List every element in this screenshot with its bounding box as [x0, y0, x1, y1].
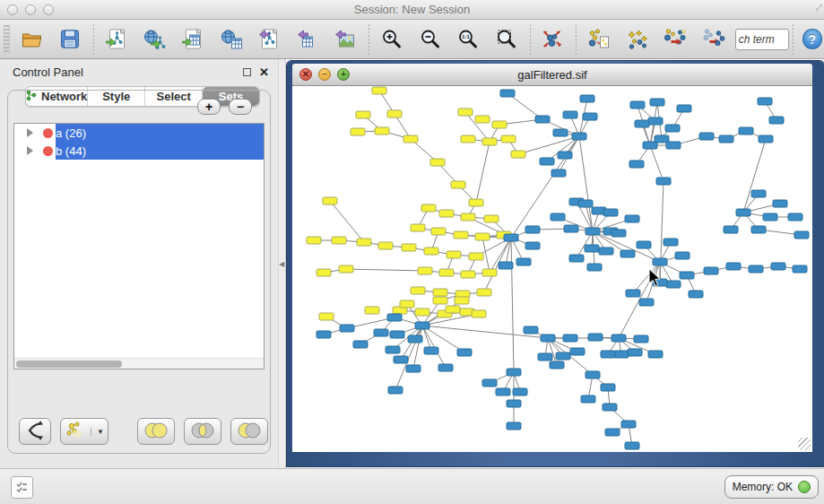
network-canvas[interactable]	[292, 86, 812, 452]
network-node[interactable]	[500, 90, 515, 97]
network-node[interactable]	[457, 349, 472, 356]
expand-arrow-icon[interactable]	[27, 146, 33, 155]
network-node[interactable]	[569, 255, 584, 262]
expand-arrow-icon[interactable]	[27, 128, 33, 137]
network-node[interactable]	[469, 199, 483, 206]
add-set-button[interactable]: +	[197, 99, 221, 115]
network-node[interactable]	[614, 351, 629, 358]
network-node[interactable]	[656, 178, 671, 185]
network-node[interactable]	[639, 299, 654, 306]
network-node[interactable]	[484, 215, 499, 222]
network-node[interactable]	[317, 269, 331, 276]
network-node[interactable]	[793, 265, 807, 273]
network-node[interactable]	[394, 356, 408, 363]
network-node[interactable]	[666, 142, 681, 149]
network-node[interactable]	[553, 129, 568, 136]
network-node[interactable]	[605, 429, 620, 436]
network-node[interactable]	[653, 258, 667, 265]
network-node[interactable]	[504, 234, 518, 241]
network-node[interactable]	[763, 213, 777, 221]
network-node[interactable]	[620, 250, 635, 257]
network-node[interactable]	[648, 351, 663, 358]
network-node[interactable]	[525, 226, 540, 233]
network-node[interactable]	[625, 442, 639, 449]
network-node[interactable]	[477, 289, 491, 296]
network-edge[interactable]	[650, 145, 664, 181]
network-node[interactable]	[611, 230, 626, 237]
network-node[interactable]	[580, 95, 594, 102]
network-node[interactable]	[378, 242, 393, 249]
network-node[interactable]	[439, 210, 454, 217]
zoom-in-icon[interactable]	[373, 23, 412, 56]
network-node[interactable]	[572, 133, 586, 140]
network-node[interactable]	[665, 125, 680, 132]
open-session-icon[interactable]	[13, 23, 52, 56]
network-node[interactable]	[507, 400, 521, 407]
network-node[interactable]	[372, 87, 386, 94]
network-node[interactable]	[482, 138, 497, 145]
network-node[interactable]	[704, 267, 718, 274]
import-network-file-icon[interactable]	[98, 23, 136, 56]
network-node[interactable]	[769, 117, 784, 124]
frame-minimize-icon[interactable]: −	[318, 68, 331, 81]
network-frame-titlebar[interactable]: ✕ − + galFiltered.sif	[292, 64, 812, 86]
network-node[interactable]	[507, 369, 521, 376]
network-node[interactable]	[758, 98, 772, 105]
network-node[interactable]	[629, 161, 644, 168]
network-node[interactable]	[513, 388, 527, 395]
network-node[interactable]	[540, 158, 554, 165]
set-union-button[interactable]	[137, 418, 175, 445]
network-node[interactable]	[588, 334, 603, 341]
network-node[interactable]	[475, 116, 490, 123]
network-node[interactable]	[365, 307, 379, 314]
export-table-icon[interactable]	[289, 23, 327, 56]
float-panel-icon[interactable]	[243, 68, 251, 76]
network-node[interactable]	[353, 341, 368, 348]
network-node[interactable]	[625, 215, 639, 222]
network-node[interactable]	[501, 135, 516, 143]
network-node[interactable]	[538, 353, 552, 361]
network-node[interactable]	[650, 99, 664, 106]
network-node[interactable]	[482, 379, 497, 387]
network-node[interactable]	[319, 313, 334, 320]
network-node[interactable]	[387, 110, 402, 117]
network-node[interactable]	[564, 225, 578, 232]
network-node[interactable]	[499, 262, 513, 269]
network-node[interactable]	[408, 335, 422, 343]
search-input[interactable]	[735, 29, 789, 50]
network-frame[interactable]: ✕ − + galFiltered.sif	[287, 61, 824, 466]
network-node[interactable]	[458, 109, 473, 116]
scrollbar-thumb[interactable]	[16, 361, 122, 368]
network-node[interactable]	[323, 197, 337, 204]
network-node[interactable]	[317, 331, 331, 338]
network-node[interactable]	[563, 111, 577, 118]
help-icon[interactable]: ?	[802, 29, 822, 49]
network-node[interactable]	[403, 135, 418, 143]
network-node[interactable]	[677, 105, 691, 112]
network-node[interactable]	[402, 244, 416, 251]
network-node[interactable]	[415, 308, 429, 316]
network-node[interactable]	[455, 297, 469, 304]
window-titlebar[interactable]: Session: New Session ⤢	[0, 0, 824, 20]
network-node[interactable]	[357, 239, 371, 246]
network-node[interactable]	[794, 231, 809, 239]
network-node[interactable]	[628, 349, 642, 356]
save-session-icon[interactable]	[51, 23, 90, 56]
network-node[interactable]	[581, 395, 595, 403]
network-node[interactable]	[496, 388, 510, 395]
network-edge[interactable]	[579, 136, 593, 231]
network-node[interactable]	[433, 297, 447, 304]
network-node[interactable]	[461, 271, 475, 278]
split-set-button[interactable]	[19, 418, 51, 445]
network-node[interactable]	[351, 128, 365, 135]
network-node[interactable]	[339, 265, 353, 273]
network-node[interactable]	[386, 346, 400, 353]
sets-horizontal-scrollbar[interactable]	[14, 358, 264, 369]
dropdown-arrow-icon[interactable]: ▼	[91, 428, 104, 436]
export-network-icon[interactable]	[250, 23, 289, 56]
network-node[interactable]	[447, 251, 461, 258]
set-list-item[interactable]: b (44)	[14, 142, 264, 160]
network-node[interactable]	[771, 263, 785, 270]
network-node[interactable]	[739, 127, 753, 135]
network-node[interactable]	[415, 322, 429, 329]
